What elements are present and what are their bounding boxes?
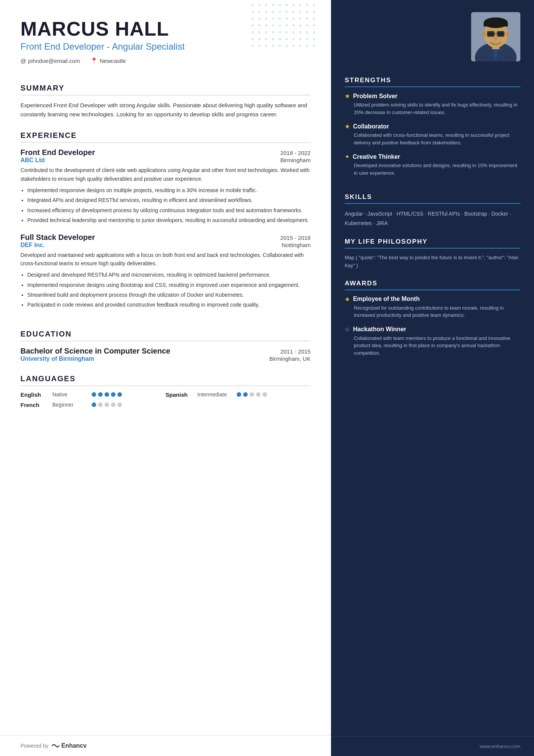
- decorative-dot: [258, 11, 261, 13]
- decorative-dot: [258, 4, 261, 6]
- decorative-dot: [313, 45, 315, 47]
- lang-name: Spanish: [166, 391, 192, 398]
- decorative-dot: [279, 17, 281, 20]
- left-column: MARCUS HALL Front End Developer - Angula…: [0, 0, 331, 756]
- left-footer: Powered by Enhancv: [0, 735, 331, 756]
- decorative-dot: [313, 4, 315, 6]
- location-info: 📍 Newcastle: [91, 57, 126, 64]
- edu-dates: 2011 - 2015: [280, 348, 311, 355]
- decorative-dot: [286, 45, 288, 47]
- email-info: @ johndoe@email.com: [20, 58, 80, 64]
- skills-text: Angular · JavaScript · HTML/CSS · RESTfu…: [345, 209, 520, 228]
- decorative-dot: [306, 4, 308, 6]
- job-location-1: Birmingham: [280, 157, 311, 163]
- decorative-dot: [279, 11, 281, 13]
- strength-icon: ★: [345, 123, 350, 130]
- award-name: Employee of the Month: [353, 296, 420, 302]
- decorative-dot: [251, 45, 254, 47]
- skills-divider: [345, 203, 520, 204]
- brand-name: Enhancv: [61, 742, 87, 749]
- lang-row: SpanishIntermediate: [166, 391, 311, 398]
- lang-dots: [237, 392, 267, 397]
- decorative-dot: [279, 4, 281, 6]
- awards-title: AWARDS: [345, 280, 520, 287]
- job-dates-2: 2015 - 2018: [280, 235, 311, 241]
- summary-divider: [20, 95, 311, 95]
- awards-list: ★Employee of the MonthRecognized for out…: [345, 296, 520, 357]
- strength-item: ★CollaboratorCollaborated with cross-fun…: [345, 123, 520, 146]
- job-location-2: Nottingham: [281, 242, 311, 248]
- lang-level: Beginner: [52, 402, 86, 408]
- decorative-dot: [292, 17, 295, 20]
- strength-desc: Developed innovative solutions and desig…: [345, 162, 520, 177]
- strength-header: ★Collaborator: [345, 123, 520, 130]
- bullet-item: Participated in code reviews and provide…: [27, 301, 311, 309]
- decorative-dot: [299, 17, 301, 20]
- strength-name: Collaborator: [353, 123, 389, 130]
- decorative-dot: [292, 45, 295, 47]
- decorative-dot: [292, 11, 295, 13]
- edu-location: Birmingham, UK: [269, 355, 311, 362]
- edu-institution-line: University of Birmingham Birmingham, UK: [20, 355, 311, 362]
- job-role-2: Full Stack Developer: [20, 233, 95, 242]
- edu-degree: Bachelor of Science in Computer Science: [20, 347, 170, 355]
- skills-section: SKILLS Angular · JavaScript · HTML/CSS ·…: [331, 187, 534, 232]
- decorative-dot: [306, 31, 308, 33]
- job-company-line-2: DEF Inc. Nottingham: [20, 242, 311, 249]
- lang-level: Intermediate: [197, 391, 231, 398]
- strength-desc: Collaborated with cross-functional teams…: [345, 131, 520, 146]
- lang-dot: [262, 392, 267, 397]
- summary-text: Experienced Front End Developer with str…: [20, 101, 311, 119]
- decorative-dot: [299, 45, 301, 47]
- decorative-dot: [272, 11, 274, 13]
- lang-dot: [92, 402, 96, 407]
- decorative-dot: [258, 31, 261, 33]
- website-url: www.enhancv.com: [480, 743, 520, 749]
- decorative-dot: [286, 11, 288, 13]
- bullet-item: Streamlined build and deployment process…: [27, 291, 311, 299]
- award-item: ☆Hackathon WinnerCollaborated with team …: [345, 326, 520, 357]
- lang-name: French: [20, 402, 47, 408]
- decorative-dot: [313, 38, 315, 40]
- decorative-dot: [265, 45, 267, 47]
- lang-dot: [243, 392, 248, 397]
- decorative-dot: [272, 4, 274, 6]
- philosophy-title: MY LIFE PHILOSOPHY: [345, 238, 520, 246]
- decorative-dot: [286, 38, 288, 40]
- award-icon: ☆: [345, 326, 350, 333]
- job-role-1: Front End Developer: [20, 148, 95, 157]
- contact-info: @ johndoe@email.com 📍 Newcastle: [20, 57, 311, 64]
- decorative-dot: [313, 31, 315, 33]
- summary-title: SUMMARY: [20, 84, 311, 92]
- powered-by-label: Powered by: [20, 743, 48, 749]
- bullet-item: Integrated APIs and designed RESTful ser…: [27, 196, 311, 204]
- strengths-list: ★Problem SolverUtilized problem solving …: [345, 92, 520, 177]
- decorative-dot: [306, 45, 308, 47]
- job-bullets-1: Implemented responsive designs on multip…: [20, 186, 311, 225]
- bullet-item: Increased efficiency of development proc…: [27, 206, 311, 214]
- decorative-dot: [265, 4, 267, 6]
- education-section: EDUCATION Bachelor of Science in Compute…: [0, 321, 331, 366]
- decorative-dot: [306, 11, 308, 13]
- right-footer: www.enhancv.com: [331, 736, 534, 756]
- lang-dot: [92, 392, 96, 397]
- job-desc-1: Contributed to the development of client…: [20, 166, 311, 183]
- decorative-dot: [306, 24, 308, 27]
- decorative-dot: [313, 11, 315, 13]
- lang-row: FrenchBeginner: [20, 402, 166, 408]
- job-header-1: Front End Developer 2018 - 2022: [20, 148, 311, 157]
- lang-dot: [105, 402, 109, 407]
- decorative-dot: [279, 31, 281, 33]
- lang-row: EnglishNative: [20, 391, 166, 398]
- avatar-image: [471, 12, 520, 61]
- philosophy-section: MY LIFE PHILOSOPHY Map { "quote": "The b…: [331, 232, 534, 274]
- decorative-dot: [279, 45, 281, 47]
- job-company-line-1: ABC Ltd Birmingham: [20, 157, 311, 164]
- bullet-item: Designed and developed RESTful APIs and …: [27, 271, 311, 279]
- strength-item: ✦Creative ThinkerDeveloped innovative so…: [345, 153, 520, 177]
- education-title: EDUCATION: [20, 330, 311, 338]
- awards-divider: [345, 290, 520, 290]
- award-desc: Collaborated with team members to produc…: [345, 335, 520, 357]
- summary-section: SUMMARY Experienced Front End Developer …: [0, 75, 331, 123]
- bullet-item: Provided technical leadership and mentor…: [27, 216, 311, 224]
